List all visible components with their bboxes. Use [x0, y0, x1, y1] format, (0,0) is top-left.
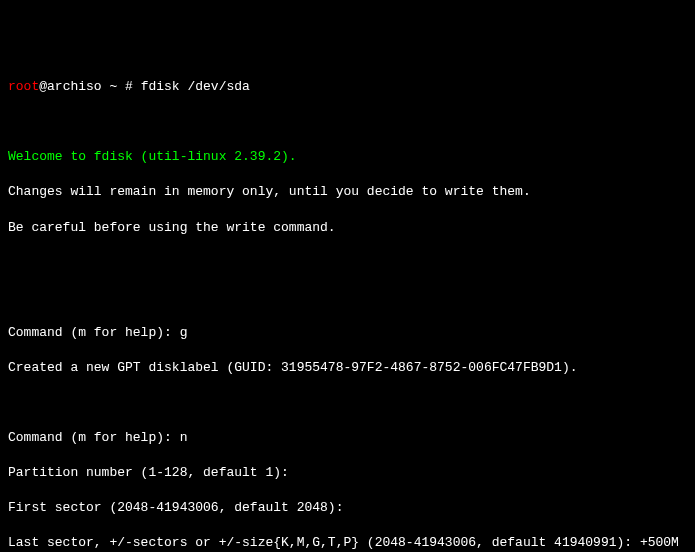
fdisk-command-g: Command (m for help): g — [8, 324, 687, 342]
blank-line — [8, 394, 687, 412]
fdisk-welcome: Welcome to fdisk (util-linux 2.39.2). — [8, 148, 687, 166]
fdisk-partition-number-1: Partition number (1-128, default 1): — [8, 464, 687, 482]
fdisk-command-n1: Command (m for help): n — [8, 429, 687, 447]
prompt-host: archiso — [47, 79, 102, 94]
prompt-tilde: ~ # — [102, 79, 141, 94]
prompt-user: root — [8, 79, 39, 94]
fdisk-changes-warning: Changes will remain in memory only, unti… — [8, 183, 687, 201]
fdisk-careful-warning: Be careful before using the write comman… — [8, 219, 687, 237]
fdisk-first-sector-1: First sector (2048-41943006, default 204… — [8, 499, 687, 517]
fdisk-gpt-created: Created a new GPT disklabel (GUID: 31955… — [8, 359, 687, 377]
blank-line — [8, 254, 687, 272]
terminal-prompt-line: root@archiso ~ # fdisk /dev/sda — [8, 78, 687, 96]
fdisk-last-sector-1: Last sector, +/-sectors or +/-size{K,M,G… — [8, 534, 687, 552]
blank-line — [8, 289, 687, 307]
prompt-at: @ — [39, 79, 47, 94]
prompt-command: fdisk /dev/sda — [141, 79, 250, 94]
blank-line — [8, 113, 687, 131]
